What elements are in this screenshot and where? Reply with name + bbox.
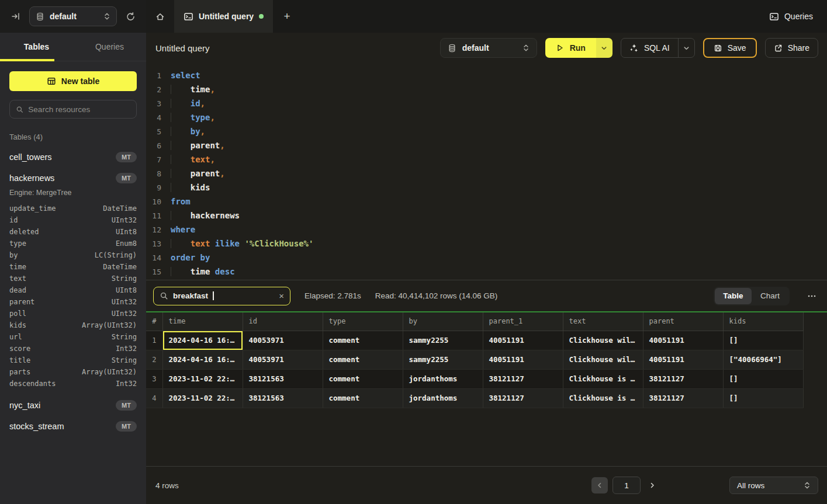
column-row[interactable]: typeEnum8: [9, 238, 137, 249]
next-page-button[interactable]: [645, 477, 659, 493]
column-header-text[interactable]: text: [563, 312, 643, 331]
page-size-selector[interactable]: All rows: [729, 477, 818, 494]
column-header-by[interactable]: by: [403, 312, 483, 331]
cell-by[interactable]: jordanthoms: [403, 369, 483, 388]
column-header-parent_1[interactable]: parent_1: [483, 312, 563, 331]
column-row[interactable]: idUInt32: [9, 214, 137, 226]
cell-parent_1[interactable]: 40051191: [483, 350, 563, 369]
column-row[interactable]: timeDateTime: [9, 261, 137, 273]
share-button[interactable]: Share: [765, 38, 818, 58]
cell-id[interactable]: 40053971: [243, 331, 323, 350]
column-row[interactable]: deletedUInt8: [9, 226, 137, 238]
run-button[interactable]: Run: [545, 38, 596, 58]
cell-time[interactable]: 2024-04-16 16:24…: [162, 350, 243, 369]
results-search-input[interactable]: breakfast ×: [153, 287, 290, 305]
column-row[interactable]: deadUInt8: [9, 284, 137, 296]
sql-ai-button[interactable]: SQL AI: [621, 39, 678, 57]
column-row[interactable]: descendantsInt32: [9, 378, 137, 390]
cell-text[interactable]: Clickhouse will …: [563, 331, 643, 350]
cell-text[interactable]: Clickhouse is a …: [563, 388, 643, 408]
column-row[interactable]: titleString: [9, 354, 137, 366]
column-row[interactable]: parentUInt32: [9, 296, 137, 308]
column-header-time[interactable]: time: [162, 312, 243, 331]
code-line[interactable]: 12where: [146, 223, 827, 237]
collapse-sidebar-icon[interactable]: [8, 9, 23, 24]
code-line[interactable]: 2 time,: [146, 82, 827, 96]
code-line[interactable]: 6 parent,: [146, 138, 827, 152]
cell-parent[interactable]: 38121127: [643, 369, 723, 388]
code-line[interactable]: 15 time desc: [146, 265, 827, 279]
sidebar-table-item[interactable]: nyc_taxiMT: [9, 400, 137, 411]
cell-parent_1[interactable]: 40051191: [483, 331, 563, 350]
run-options-button[interactable]: [596, 38, 613, 58]
cell-kids[interactable]: []: [723, 388, 803, 408]
cell-time[interactable]: 2023-11-02 22:56…: [162, 369, 243, 388]
cell-parent_1[interactable]: 38121127: [483, 369, 563, 388]
column-header-kids[interactable]: kids: [723, 312, 803, 331]
cell-id[interactable]: 38121563: [243, 369, 323, 388]
code-line[interactable]: 13 text ilike '%ClickHouse%': [146, 237, 827, 251]
code-line[interactable]: 7 text,: [146, 152, 827, 166]
query-database-selector[interactable]: default: [440, 38, 537, 58]
sidebar-tab-queries[interactable]: Queries: [73, 33, 146, 61]
column-header-parent[interactable]: parent: [643, 312, 723, 331]
cell-id[interactable]: 38121563: [243, 388, 323, 408]
column-row[interactable]: partsArray(UInt32): [9, 366, 137, 378]
cell-type[interactable]: comment: [323, 388, 403, 408]
sql-ai-options-button[interactable]: [678, 39, 694, 57]
cell-by[interactable]: sammy2255: [403, 350, 483, 369]
database-selector[interactable]: default: [29, 6, 117, 26]
cell-type[interactable]: comment: [323, 350, 403, 369]
code-line[interactable]: 5 by,: [146, 124, 827, 138]
new-tab-button[interactable]: +: [273, 0, 301, 33]
save-button[interactable]: Save: [703, 38, 757, 58]
code-line[interactable]: 4 type,: [146, 110, 827, 124]
code-line[interactable]: 8 parent,: [146, 166, 827, 180]
more-options-icon[interactable]: [804, 291, 820, 301]
column-header-type[interactable]: type: [323, 312, 403, 331]
view-toggle-table[interactable]: Table: [715, 288, 752, 304]
cell-parent_1[interactable]: 38121127: [483, 388, 563, 408]
column-row[interactable]: kidsArray(UInt32): [9, 319, 137, 331]
cell-by[interactable]: jordanthoms: [403, 388, 483, 408]
column-row[interactable]: textString: [9, 273, 137, 284]
sql-editor[interactable]: 1select2 time,3 id,4 type,5 by,6 parent,…: [146, 63, 827, 280]
column-row[interactable]: update_timeDateTime: [9, 203, 137, 214]
view-toggle-chart[interactable]: Chart: [752, 288, 788, 304]
cell-id[interactable]: 40053971: [243, 350, 323, 369]
new-table-button[interactable]: New table: [9, 71, 137, 91]
column-row[interactable]: byLC(String): [9, 249, 137, 261]
cell-text[interactable]: Clickhouse is a …: [563, 369, 643, 388]
code-line[interactable]: 9 kids: [146, 180, 827, 194]
cell-kids[interactable]: []: [723, 331, 803, 350]
cell-parent[interactable]: 40051191: [643, 331, 723, 350]
code-line[interactable]: 3 id,: [146, 96, 827, 110]
sidebar-search[interactable]: [9, 100, 137, 119]
code-line[interactable]: 14order by: [146, 251, 827, 265]
code-line[interactable]: 11 hackernews: [146, 208, 827, 223]
cell-text[interactable]: Clickhouse will …: [563, 350, 643, 369]
cell-kids[interactable]: []: [723, 369, 803, 388]
column-row[interactable]: scoreInt32: [9, 343, 137, 354]
column-header-index[interactable]: #: [146, 312, 162, 331]
code-line[interactable]: 10from: [146, 194, 827, 208]
page-number-input[interactable]: 1: [613, 477, 641, 494]
tab-home[interactable]: [146, 0, 174, 33]
cell-type[interactable]: comment: [323, 331, 403, 350]
cell-kids[interactable]: ["40066964"]: [723, 350, 803, 369]
sidebar-tab-tables[interactable]: Tables: [0, 33, 73, 61]
prev-page-button[interactable]: [591, 477, 608, 493]
column-row[interactable]: urlString: [9, 331, 137, 343]
column-row[interactable]: pollUInt32: [9, 308, 137, 319]
cell-parent[interactable]: 38121127: [643, 388, 723, 408]
sidebar-table-item[interactable]: stocks_streamMT: [9, 421, 137, 432]
cell-type[interactable]: comment: [323, 369, 403, 388]
selected-cell[interactable]: 2024-04-16 16:24…: [162, 331, 243, 350]
cell-parent[interactable]: 40051191: [643, 350, 723, 369]
refresh-icon[interactable]: [123, 9, 138, 24]
sidebar-search-input[interactable]: [28, 105, 130, 114]
queries-button[interactable]: Queries: [755, 0, 827, 33]
cell-time[interactable]: 2023-11-02 22:56…: [162, 388, 243, 408]
code-line[interactable]: 1select: [146, 68, 827, 82]
sidebar-table-item[interactable]: hackernewsMT: [9, 173, 137, 183]
